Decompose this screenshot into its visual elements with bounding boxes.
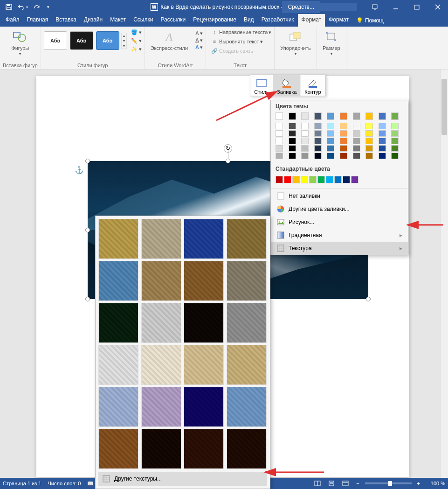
gallery-up[interactable]: ▴ xyxy=(122,33,126,38)
color-swatch[interactable] xyxy=(327,130,334,137)
qat-customize[interactable]: ▾ xyxy=(45,1,51,13)
color-swatch[interactable] xyxy=(353,130,360,137)
web-layout-button[interactable] xyxy=(340,479,351,488)
tab-review[interactable]: Рецензирование xyxy=(189,14,240,27)
handle-ml[interactable] xyxy=(85,228,90,232)
shapes-gallery-button[interactable]: Фигуры ▾ xyxy=(8,28,32,57)
color-swatch[interactable] xyxy=(340,145,347,152)
tab-file[interactable]: Файл xyxy=(2,14,23,27)
color-swatch[interactable] xyxy=(314,130,322,137)
redo-button[interactable] xyxy=(31,1,43,13)
spellcheck-button[interactable]: 📖 xyxy=(87,481,94,487)
color-swatch[interactable] xyxy=(379,153,386,159)
style-thumb-1[interactable]: Абв xyxy=(44,31,67,50)
color-swatch[interactable] xyxy=(391,112,399,120)
color-swatch[interactable] xyxy=(327,145,334,152)
texture-fill-item[interactable]: Текстура▸ xyxy=(271,242,408,255)
color-swatch[interactable] xyxy=(314,112,322,120)
shape-outline-button[interactable]: ✏️▾ xyxy=(131,37,142,44)
color-swatch[interactable] xyxy=(391,153,399,159)
color-swatch[interactable] xyxy=(340,123,347,129)
scrollbar-thumb[interactable] xyxy=(441,79,447,135)
color-swatch[interactable] xyxy=(301,176,308,183)
size-button[interactable]: Размер▾ xyxy=(320,28,343,57)
word-count[interactable]: Число слов: 0 xyxy=(48,481,81,486)
handle-br[interactable] xyxy=(366,297,371,301)
mini-outline-button[interactable]: Контур xyxy=(301,75,325,96)
texture-swatch[interactable] xyxy=(227,219,267,259)
texture-swatch[interactable] xyxy=(184,303,224,343)
texture-swatch[interactable] xyxy=(184,429,224,469)
gallery-down[interactable]: ▾ xyxy=(122,38,126,43)
color-swatch[interactable] xyxy=(340,130,347,137)
color-swatch[interactable] xyxy=(327,153,334,159)
texture-swatch[interactable] xyxy=(141,219,181,259)
more-textures-item[interactable]: Другие текстуры... xyxy=(98,472,267,486)
color-swatch[interactable] xyxy=(317,176,325,183)
color-swatch[interactable] xyxy=(327,123,334,129)
express-styles-button[interactable]: A Экспресс-стили xyxy=(148,28,191,52)
texture-swatch[interactable] xyxy=(227,261,267,301)
save-button[interactable] xyxy=(3,1,15,13)
texture-swatch[interactable] xyxy=(141,429,181,469)
texture-swatch[interactable] xyxy=(141,261,181,301)
color-swatch[interactable] xyxy=(353,153,360,159)
color-swatch[interactable] xyxy=(365,112,373,120)
color-swatch[interactable] xyxy=(379,138,386,144)
texture-swatch[interactable] xyxy=(141,387,181,427)
more-colors-item[interactable]: Другие цвета заливки... xyxy=(271,203,408,216)
gallery-more[interactable]: ▾ xyxy=(122,43,126,49)
color-swatch[interactable] xyxy=(301,153,309,159)
color-swatch[interactable] xyxy=(314,123,322,129)
texture-swatch[interactable] xyxy=(98,303,138,343)
color-swatch[interactable] xyxy=(351,176,358,183)
tab-view[interactable]: Вид xyxy=(240,14,258,27)
color-swatch[interactable] xyxy=(343,176,350,183)
color-swatch[interactable] xyxy=(365,145,373,152)
color-swatch[interactable] xyxy=(314,153,322,159)
color-swatch[interactable] xyxy=(379,123,386,129)
handle-bl[interactable] xyxy=(85,297,90,301)
color-swatch[interactable] xyxy=(379,130,386,137)
color-swatch[interactable] xyxy=(353,138,360,144)
color-swatch[interactable] xyxy=(391,138,399,144)
text-direction-button[interactable]: ↕Направление текста ▾ xyxy=(211,28,271,36)
page-status[interactable]: Страница 1 из 1 xyxy=(3,481,41,486)
tools-tab[interactable]: Средств... xyxy=(282,1,320,13)
texture-swatch[interactable] xyxy=(227,303,267,343)
no-fill-item[interactable]: Нет заливки xyxy=(271,189,408,203)
color-swatch[interactable] xyxy=(353,123,360,129)
texture-swatch[interactable] xyxy=(184,219,224,259)
color-swatch[interactable] xyxy=(276,138,283,144)
color-swatch[interactable] xyxy=(289,123,296,129)
align-text-button[interactable]: ≡Выровнять текст ▾ xyxy=(211,38,271,45)
tab-home[interactable]: Главная xyxy=(23,14,52,27)
texture-swatch[interactable] xyxy=(141,345,181,385)
zoom-slider[interactable] xyxy=(365,482,412,484)
color-swatch[interactable] xyxy=(276,130,283,137)
color-swatch[interactable] xyxy=(334,176,342,183)
ribbon-options-button[interactable] xyxy=(364,0,385,14)
color-swatch[interactable] xyxy=(340,153,347,159)
tab-design[interactable]: Дизайн xyxy=(80,14,106,27)
texture-swatch[interactable] xyxy=(227,429,267,469)
text-effects-button[interactable]: A▾ xyxy=(195,44,203,50)
shape-fill-button[interactable]: 🪣▾ xyxy=(131,28,142,36)
maximize-button[interactable] xyxy=(406,0,427,14)
color-swatch[interactable] xyxy=(353,145,360,152)
texture-swatch[interactable] xyxy=(98,261,138,301)
texture-swatch[interactable] xyxy=(141,303,181,343)
create-link-button[interactable]: 🔗Создать связь xyxy=(211,47,271,55)
zoom-out-button[interactable]: − xyxy=(354,481,361,486)
color-swatch[interactable] xyxy=(301,123,309,129)
color-swatch[interactable] xyxy=(365,153,373,159)
color-swatch[interactable] xyxy=(365,123,373,129)
texture-swatch[interactable] xyxy=(184,345,224,385)
read-mode-button[interactable] xyxy=(312,479,323,488)
color-swatch[interactable] xyxy=(391,130,399,137)
color-swatch[interactable] xyxy=(301,138,309,144)
vertical-scrollbar[interactable] xyxy=(440,70,448,478)
color-swatch[interactable] xyxy=(365,138,373,144)
text-outline-button[interactable]: A▾ xyxy=(195,37,203,43)
color-swatch[interactable] xyxy=(301,130,309,137)
